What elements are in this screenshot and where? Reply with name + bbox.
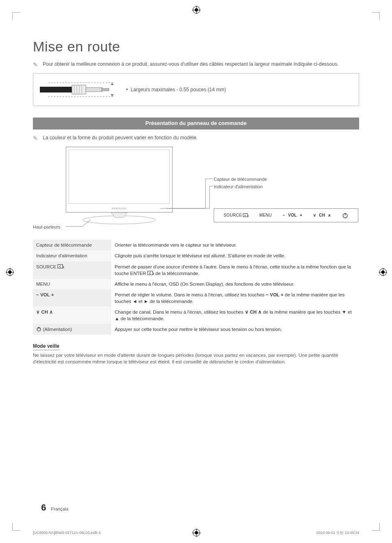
page-title: Mise en route <box>33 37 359 57</box>
trim-mark <box>12 12 20 20</box>
note-variation-text: La couleur et la forme du produit peuven… <box>43 135 198 141</box>
diagram-label-speakers: Haut-parleurs <box>33 224 60 230</box>
row-label: MENU <box>33 279 111 289</box>
svg-rect-4 <box>40 87 73 92</box>
row-desc: Affiche le menu à l'écran, OSD (On Scree… <box>111 279 359 289</box>
page-number: 6 <box>41 501 46 514</box>
row-desc: Change de canal. Dans le menu à l'écran,… <box>111 307 359 324</box>
row-label: SOURCE <box>33 261 111 279</box>
svg-rect-11 <box>101 88 109 91</box>
svg-marker-3 <box>111 94 114 97</box>
row-label: Indicateur d'alimentation <box>33 250 111 261</box>
note-cable-text: Pour obtenir la meilleure connexion à ce… <box>43 61 339 67</box>
diagram-label-sensor: Capteur de télécommande <box>214 176 267 183</box>
standby-heading: Mode veille <box>33 343 60 350</box>
trim-mark <box>12 523 20 531</box>
table-row: − VOL + Permet de régler le volume. Dans… <box>33 289 359 307</box>
page-footer: 6 Français <box>41 501 68 514</box>
svg-marker-2 <box>111 83 114 85</box>
row-desc: Orienter la télécommande vers le capteur… <box>111 240 359 250</box>
print-file: [UC8000-NA]BN68-02712A-06L03.indb 6 <box>33 530 101 536</box>
table-row: Capteur de télécommande Orienter la télé… <box>33 240 359 250</box>
panel-power <box>342 212 348 219</box>
note-icon: ✎ <box>33 61 38 69</box>
panel-channel: ∨ CH ∧ <box>313 213 331 218</box>
row-label: (Alimentation) <box>33 324 111 335</box>
standby-text: Ne laissez par votre téléviseur en mode … <box>33 352 359 365</box>
svg-rect-25 <box>148 271 152 275</box>
note-variation: ✎ La couleur et la forme du produit peuv… <box>33 134 359 141</box>
cable-spec-box: • Largeurs maximales - 0.55 pouces (14 m… <box>33 73 359 106</box>
trim-mark <box>372 12 380 20</box>
row-desc: Clignote puis s'arrête lorsque le télévi… <box>111 250 359 261</box>
row-label: Capteur de télécommande <box>33 240 111 250</box>
table-row: (Alimentation) Appuyer sur cette touche … <box>33 324 359 335</box>
registration-mark-icon <box>193 6 199 13</box>
control-description-table: Capteur de télécommande Orienter la télé… <box>33 240 359 335</box>
panel-source: SOURCE <box>224 213 249 218</box>
registration-mark-icon <box>379 268 386 275</box>
svg-rect-10 <box>86 88 102 92</box>
print-timestamp: 2010-09-01 오전 10:48:34 <box>316 530 359 536</box>
note-cable: ✎ Pour obtenir la meilleure connexion à … <box>33 61 359 68</box>
row-desc: Appuyer sur cette touche pour mettre le … <box>111 324 359 335</box>
power-icon <box>342 212 348 219</box>
svg-rect-5 <box>72 85 86 94</box>
registration-mark-icon <box>6 268 13 275</box>
row-desc: Permet de régler le volume. Dans le menu… <box>111 289 359 307</box>
note-icon: ✎ <box>33 134 38 143</box>
svg-rect-21 <box>243 213 247 217</box>
cable-illustration <box>40 79 114 100</box>
enter-icon <box>243 213 249 218</box>
diagram-label-power-indicator: Indicateur d'alimentation <box>214 184 263 190</box>
svg-line-20 <box>82 220 90 226</box>
cable-spec-text: Largeurs maximales - 0.55 pouces (14 mm) <box>131 87 226 92</box>
row-desc: Permet de passer d'une source d'entrée à… <box>111 261 359 279</box>
tv-diagram: SAMSUNG Capteur de télécommande Indicate… <box>66 147 359 233</box>
panel-menu: MENU <box>259 213 272 218</box>
row-label: ∨ CH ∧ <box>33 307 111 324</box>
trim-mark <box>372 523 380 531</box>
panel-volume: − VOL + <box>283 213 302 218</box>
print-metadata: [UC8000-NA]BN68-02712A-06L03.indb 6 2010… <box>33 530 359 536</box>
svg-rect-24 <box>58 264 63 268</box>
table-row: SOURCE Permet de passer d'une source d'e… <box>33 261 359 279</box>
power-icon <box>36 326 42 332</box>
table-row: MENU Affiche le menu à l'écran, OSD (On … <box>33 279 359 289</box>
row-label: − VOL + <box>33 289 111 307</box>
enter-icon <box>58 264 64 269</box>
section-heading: Présentation du panneau de commande <box>33 118 359 129</box>
page-language: Français <box>51 506 68 512</box>
enter-icon <box>148 271 154 276</box>
table-row: ∨ CH ∧ Change de canal. Dans le menu à l… <box>33 307 359 324</box>
control-panel: SOURCE MENU − VOL + ∨ CH ∧ <box>214 208 358 222</box>
table-row: Indicateur d'alimentation Clignote puis … <box>33 250 359 261</box>
